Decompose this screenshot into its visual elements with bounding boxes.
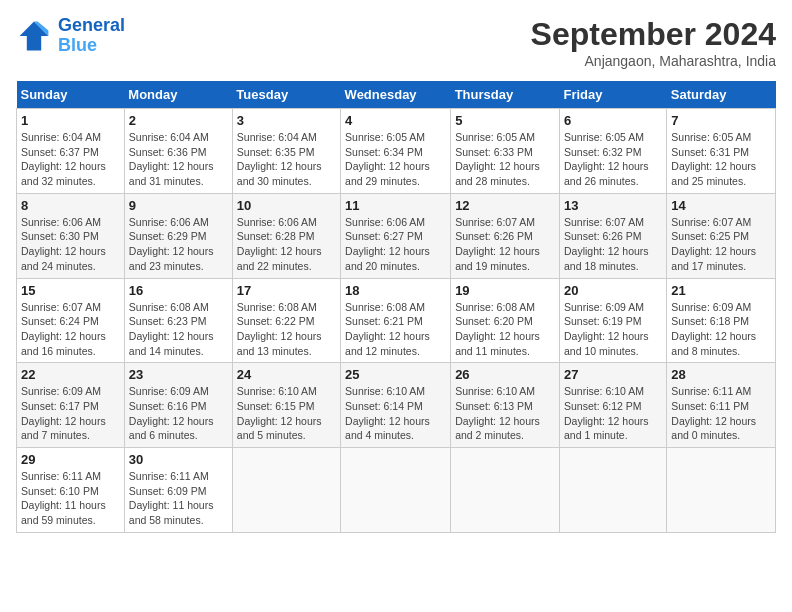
day-number: 29 xyxy=(21,452,120,467)
day-info: Sunrise: 6:07 AM Sunset: 6:26 PM Dayligh… xyxy=(455,215,555,274)
day-info: Sunrise: 6:10 AM Sunset: 6:14 PM Dayligh… xyxy=(345,384,446,443)
day-info: Sunrise: 6:05 AM Sunset: 6:32 PM Dayligh… xyxy=(564,130,662,189)
weekday-header-friday: Friday xyxy=(559,81,666,109)
day-info: Sunrise: 6:09 AM Sunset: 6:16 PM Dayligh… xyxy=(129,384,228,443)
calendar-cell: 30Sunrise: 6:11 AM Sunset: 6:09 PM Dayli… xyxy=(124,448,232,533)
day-info: Sunrise: 6:08 AM Sunset: 6:20 PM Dayligh… xyxy=(455,300,555,359)
day-number: 19 xyxy=(455,283,555,298)
weekday-header-thursday: Thursday xyxy=(451,81,560,109)
day-info: Sunrise: 6:08 AM Sunset: 6:23 PM Dayligh… xyxy=(129,300,228,359)
calendar-cell: 11Sunrise: 6:06 AM Sunset: 6:27 PM Dayli… xyxy=(341,193,451,278)
weekday-header-saturday: Saturday xyxy=(667,81,776,109)
day-number: 25 xyxy=(345,367,446,382)
calendar-cell: 20Sunrise: 6:09 AM Sunset: 6:19 PM Dayli… xyxy=(559,278,666,363)
calendar-cell: 15Sunrise: 6:07 AM Sunset: 6:24 PM Dayli… xyxy=(17,278,125,363)
calendar-cell: 8Sunrise: 6:06 AM Sunset: 6:30 PM Daylig… xyxy=(17,193,125,278)
day-info: Sunrise: 6:10 AM Sunset: 6:13 PM Dayligh… xyxy=(455,384,555,443)
calendar-cell xyxy=(232,448,340,533)
day-number: 22 xyxy=(21,367,120,382)
day-info: Sunrise: 6:06 AM Sunset: 6:30 PM Dayligh… xyxy=(21,215,120,274)
day-number: 26 xyxy=(455,367,555,382)
page-header: General Blue September 2024 Anjangaon, M… xyxy=(16,16,776,69)
calendar-cell: 13Sunrise: 6:07 AM Sunset: 6:26 PM Dayli… xyxy=(559,193,666,278)
day-number: 18 xyxy=(345,283,446,298)
day-number: 12 xyxy=(455,198,555,213)
calendar-cell: 14Sunrise: 6:07 AM Sunset: 6:25 PM Dayli… xyxy=(667,193,776,278)
day-number: 9 xyxy=(129,198,228,213)
day-number: 11 xyxy=(345,198,446,213)
calendar-cell xyxy=(559,448,666,533)
day-info: Sunrise: 6:04 AM Sunset: 6:35 PM Dayligh… xyxy=(237,130,336,189)
calendar-cell: 10Sunrise: 6:06 AM Sunset: 6:28 PM Dayli… xyxy=(232,193,340,278)
calendar-week-row: 1Sunrise: 6:04 AM Sunset: 6:37 PM Daylig… xyxy=(17,109,776,194)
calendar-week-row: 15Sunrise: 6:07 AM Sunset: 6:24 PM Dayli… xyxy=(17,278,776,363)
calendar-cell: 24Sunrise: 6:10 AM Sunset: 6:15 PM Dayli… xyxy=(232,363,340,448)
day-info: Sunrise: 6:06 AM Sunset: 6:28 PM Dayligh… xyxy=(237,215,336,274)
day-number: 10 xyxy=(237,198,336,213)
day-number: 20 xyxy=(564,283,662,298)
logo-text: General Blue xyxy=(58,16,125,56)
title-block: September 2024 Anjangaon, Maharashtra, I… xyxy=(531,16,776,69)
calendar-cell: 21Sunrise: 6:09 AM Sunset: 6:18 PM Dayli… xyxy=(667,278,776,363)
day-number: 14 xyxy=(671,198,771,213)
day-info: Sunrise: 6:04 AM Sunset: 6:36 PM Dayligh… xyxy=(129,130,228,189)
day-info: Sunrise: 6:07 AM Sunset: 6:26 PM Dayligh… xyxy=(564,215,662,274)
weekday-header-row: SundayMondayTuesdayWednesdayThursdayFrid… xyxy=(17,81,776,109)
calendar-cell: 3Sunrise: 6:04 AM Sunset: 6:35 PM Daylig… xyxy=(232,109,340,194)
calendar-cell: 9Sunrise: 6:06 AM Sunset: 6:29 PM Daylig… xyxy=(124,193,232,278)
day-number: 30 xyxy=(129,452,228,467)
weekday-header-sunday: Sunday xyxy=(17,81,125,109)
day-number: 3 xyxy=(237,113,336,128)
day-info: Sunrise: 6:11 AM Sunset: 6:10 PM Dayligh… xyxy=(21,469,120,528)
calendar-cell: 2Sunrise: 6:04 AM Sunset: 6:36 PM Daylig… xyxy=(124,109,232,194)
day-number: 1 xyxy=(21,113,120,128)
calendar-cell: 12Sunrise: 6:07 AM Sunset: 6:26 PM Dayli… xyxy=(451,193,560,278)
calendar-cell: 4Sunrise: 6:05 AM Sunset: 6:34 PM Daylig… xyxy=(341,109,451,194)
logo-line2: Blue xyxy=(58,35,97,55)
calendar-cell: 27Sunrise: 6:10 AM Sunset: 6:12 PM Dayli… xyxy=(559,363,666,448)
day-number: 23 xyxy=(129,367,228,382)
calendar-cell: 17Sunrise: 6:08 AM Sunset: 6:22 PM Dayli… xyxy=(232,278,340,363)
day-info: Sunrise: 6:11 AM Sunset: 6:09 PM Dayligh… xyxy=(129,469,228,528)
calendar-cell: 28Sunrise: 6:11 AM Sunset: 6:11 PM Dayli… xyxy=(667,363,776,448)
day-number: 17 xyxy=(237,283,336,298)
day-info: Sunrise: 6:09 AM Sunset: 6:17 PM Dayligh… xyxy=(21,384,120,443)
day-info: Sunrise: 6:08 AM Sunset: 6:22 PM Dayligh… xyxy=(237,300,336,359)
day-info: Sunrise: 6:05 AM Sunset: 6:33 PM Dayligh… xyxy=(455,130,555,189)
calendar-cell: 25Sunrise: 6:10 AM Sunset: 6:14 PM Dayli… xyxy=(341,363,451,448)
day-info: Sunrise: 6:08 AM Sunset: 6:21 PM Dayligh… xyxy=(345,300,446,359)
calendar-cell: 26Sunrise: 6:10 AM Sunset: 6:13 PM Dayli… xyxy=(451,363,560,448)
day-info: Sunrise: 6:06 AM Sunset: 6:27 PM Dayligh… xyxy=(345,215,446,274)
day-info: Sunrise: 6:11 AM Sunset: 6:11 PM Dayligh… xyxy=(671,384,771,443)
day-number: 2 xyxy=(129,113,228,128)
calendar-week-row: 8Sunrise: 6:06 AM Sunset: 6:30 PM Daylig… xyxy=(17,193,776,278)
calendar-week-row: 29Sunrise: 6:11 AM Sunset: 6:10 PM Dayli… xyxy=(17,448,776,533)
calendar-cell: 29Sunrise: 6:11 AM Sunset: 6:10 PM Dayli… xyxy=(17,448,125,533)
day-info: Sunrise: 6:06 AM Sunset: 6:29 PM Dayligh… xyxy=(129,215,228,274)
day-info: Sunrise: 6:10 AM Sunset: 6:15 PM Dayligh… xyxy=(237,384,336,443)
day-number: 16 xyxy=(129,283,228,298)
day-number: 15 xyxy=(21,283,120,298)
day-number: 28 xyxy=(671,367,771,382)
month-title: September 2024 xyxy=(531,16,776,53)
day-number: 5 xyxy=(455,113,555,128)
day-info: Sunrise: 6:07 AM Sunset: 6:25 PM Dayligh… xyxy=(671,215,771,274)
calendar-cell: 22Sunrise: 6:09 AM Sunset: 6:17 PM Dayli… xyxy=(17,363,125,448)
day-info: Sunrise: 6:05 AM Sunset: 6:31 PM Dayligh… xyxy=(671,130,771,189)
location-subtitle: Anjangaon, Maharashtra, India xyxy=(531,53,776,69)
calendar-cell: 7Sunrise: 6:05 AM Sunset: 6:31 PM Daylig… xyxy=(667,109,776,194)
calendar-cell xyxy=(451,448,560,533)
calendar-cell: 16Sunrise: 6:08 AM Sunset: 6:23 PM Dayli… xyxy=(124,278,232,363)
weekday-header-tuesday: Tuesday xyxy=(232,81,340,109)
day-number: 6 xyxy=(564,113,662,128)
calendar-cell xyxy=(667,448,776,533)
day-info: Sunrise: 6:09 AM Sunset: 6:19 PM Dayligh… xyxy=(564,300,662,359)
day-number: 7 xyxy=(671,113,771,128)
calendar-body: 1Sunrise: 6:04 AM Sunset: 6:37 PM Daylig… xyxy=(17,109,776,533)
day-number: 13 xyxy=(564,198,662,213)
logo-line1: General xyxy=(58,15,125,35)
calendar-cell: 23Sunrise: 6:09 AM Sunset: 6:16 PM Dayli… xyxy=(124,363,232,448)
calendar-header: SundayMondayTuesdayWednesdayThursdayFrid… xyxy=(17,81,776,109)
day-info: Sunrise: 6:07 AM Sunset: 6:24 PM Dayligh… xyxy=(21,300,120,359)
day-info: Sunrise: 6:09 AM Sunset: 6:18 PM Dayligh… xyxy=(671,300,771,359)
